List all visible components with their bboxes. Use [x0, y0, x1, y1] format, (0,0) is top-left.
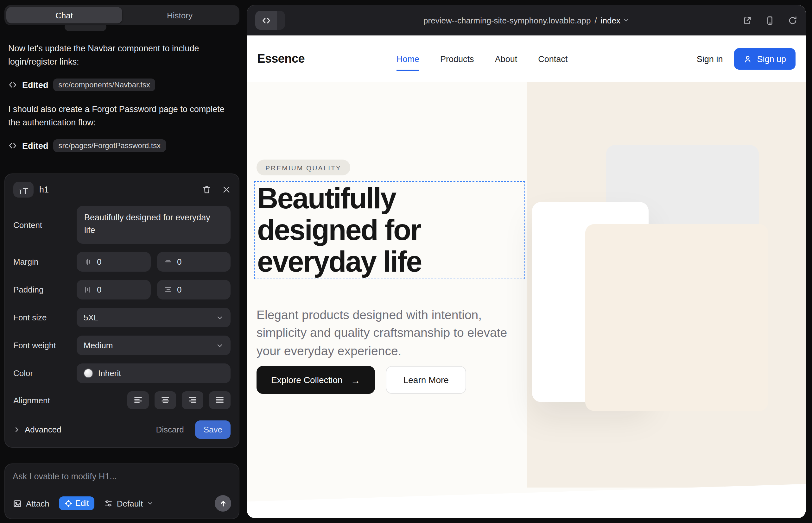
- editor-header: TT h1: [13, 182, 231, 198]
- field-label: Alignment: [13, 395, 77, 405]
- padding-horizontal-input[interactable]: 0: [157, 280, 231, 300]
- save-button[interactable]: Save: [195, 420, 231, 439]
- site-navbar: Essence Home Products About Contact Sign…: [247, 35, 806, 82]
- align-left-button[interactable]: [127, 391, 149, 409]
- hero-diagonal: [247, 483, 806, 518]
- padding-row: Padding 0 0: [13, 280, 231, 300]
- padding-vertical-input[interactable]: 0: [77, 280, 151, 300]
- axis-y-icon: [84, 258, 92, 266]
- align-right-button[interactable]: [182, 391, 203, 409]
- attach-button[interactable]: Attach: [13, 499, 49, 508]
- url-bar[interactable]: preview--charming-site-symphony.lovable.…: [423, 16, 629, 25]
- code-icon: [8, 80, 17, 89]
- close-icon[interactable]: [222, 185, 231, 194]
- assistant-message: Now let's update the Navbar component to…: [8, 42, 236, 68]
- explore-collection-button[interactable]: Explore Collection →: [257, 366, 375, 394]
- element-tag: h1: [39, 185, 49, 194]
- open-external-icon[interactable]: [742, 16, 752, 25]
- code-icon: [8, 141, 17, 150]
- discard-button[interactable]: Discard: [156, 425, 184, 434]
- font-size-select[interactable]: 5XL: [77, 308, 231, 327]
- nav-link-contact[interactable]: Contact: [538, 54, 567, 64]
- padding-x-icon: [164, 286, 172, 294]
- field-label: Content: [13, 220, 77, 230]
- axis-x-icon: [164, 258, 172, 266]
- mobile-view-icon[interactable]: [765, 16, 775, 25]
- field-label: Color: [13, 368, 77, 378]
- file-chip[interactable]: src/components/Navbar.tsx: [54, 78, 155, 91]
- advanced-toggle[interactable]: Advanced: [13, 425, 61, 434]
- user-icon: [744, 55, 752, 63]
- tab-history[interactable]: History: [122, 7, 237, 23]
- edited-label: Edited: [22, 141, 49, 150]
- trash-icon[interactable]: [202, 185, 212, 194]
- chevron-down-icon: [147, 500, 153, 507]
- align-center-button[interactable]: [155, 391, 176, 409]
- send-button[interactable]: [215, 495, 231, 511]
- editor-footer: Advanced Discard Save: [13, 420, 231, 439]
- chevron-right-icon: [13, 426, 20, 433]
- edit-mode-button[interactable]: Edit: [59, 497, 95, 510]
- hero-heading[interactable]: Beautifully designed for everyday life: [254, 182, 525, 277]
- typography-icon: TT: [13, 182, 34, 198]
- code-icon: [255, 11, 277, 30]
- file-chip[interactable]: src/pages/ForgotPassword.tsx: [54, 139, 166, 152]
- chat-panel: Chat History Now let's update the Navbar…: [0, 0, 247, 523]
- field-label: Font weight: [13, 341, 77, 350]
- site-nav: Home Products About Contact: [396, 54, 567, 64]
- padding-y-icon: [84, 286, 92, 294]
- field-label: Margin: [13, 257, 77, 267]
- url-page[interactable]: index: [601, 16, 629, 25]
- target-icon: [65, 500, 72, 507]
- chevron-down-icon: [216, 314, 224, 321]
- site-logo[interactable]: Essence: [257, 52, 305, 66]
- assistant-message: I should also create a Forgot Password p…: [8, 103, 236, 129]
- url-host: preview--charming-site-symphony.lovable.…: [423, 16, 590, 25]
- preview-pane: preview--charming-site-symphony.lovable.…: [247, 0, 812, 523]
- code-toggle[interactable]: [255, 11, 285, 30]
- sign-in-link[interactable]: Sign in: [697, 54, 723, 64]
- nav-link-about[interactable]: About: [495, 54, 517, 64]
- arrow-right-icon: →: [351, 375, 360, 385]
- tab-chat[interactable]: Chat: [6, 7, 122, 23]
- premium-badge: PREMIUM QUALITY: [257, 160, 350, 175]
- toggle-segment: [277, 11, 285, 30]
- alignment-row: Alignment: [13, 391, 231, 409]
- lovable-app: Chat History Now let's update the Navbar…: [0, 0, 812, 523]
- chat-messages: Now let's update the Navbar component to…: [4, 42, 240, 163]
- selected-element-outline[interactable]: Beautifully designed for everyday life: [254, 181, 525, 279]
- nav-link-home[interactable]: Home: [396, 54, 419, 64]
- content-row: Content Beautifully designed for everyda…: [13, 206, 231, 244]
- url-separator: /: [595, 16, 597, 25]
- learn-more-button[interactable]: Learn More: [386, 366, 466, 394]
- font-size-row: Font size 5XL: [13, 308, 231, 327]
- default-mode-button[interactable]: Default: [104, 499, 153, 508]
- site-preview: Essence Home Products About Contact Sign…: [247, 35, 806, 518]
- content-field[interactable]: Beautifully designed for everyday life: [77, 206, 231, 244]
- decorative-card-beige: [585, 224, 768, 411]
- font-weight-row: Font weight Medium: [13, 336, 231, 355]
- edited-file-row: Edited src/components/Navbar.tsx: [8, 78, 236, 91]
- refresh-icon[interactable]: [788, 16, 797, 25]
- chevron-down-icon: [216, 342, 224, 349]
- hero-cta-group: Explore Collection → Learn More: [257, 366, 466, 394]
- browser-frame: preview--charming-site-symphony.lovable.…: [247, 5, 806, 518]
- color-row: Color Inherit: [13, 363, 231, 383]
- panel-tabs: Chat History: [4, 5, 240, 25]
- nav-link-products[interactable]: Products: [440, 54, 474, 64]
- composer-toolbar: Attach Edit Default: [13, 495, 231, 511]
- align-justify-button[interactable]: [209, 391, 231, 409]
- image-icon: [13, 499, 22, 508]
- composer-input[interactable]: [13, 472, 231, 484]
- chat-composer: Attach Edit Default: [4, 464, 240, 519]
- margin-row: Margin 0 0: [13, 252, 231, 272]
- color-select[interactable]: Inherit: [77, 363, 231, 383]
- edited-label: Edited: [22, 80, 49, 90]
- font-weight-select[interactable]: Medium: [77, 336, 231, 355]
- field-label: Font size: [13, 313, 77, 322]
- hero-paragraph[interactable]: Elegant products designed with intention…: [257, 306, 511, 360]
- sign-up-button[interactable]: Sign up: [734, 48, 796, 70]
- margin-vertical-input[interactable]: 0: [77, 252, 151, 272]
- hero-section: PREMIUM QUALITY Beautifully designed for…: [247, 82, 806, 518]
- margin-horizontal-input[interactable]: 0: [157, 252, 231, 272]
